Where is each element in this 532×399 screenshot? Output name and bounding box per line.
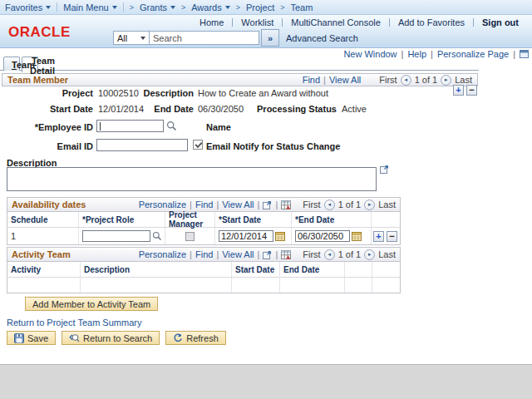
team-member-pager: First ◄ 1 of 1 ► Last bbox=[379, 75, 472, 86]
employee-id-lookup-icon[interactable] bbox=[166, 121, 177, 131]
delete-row-button[interactable]: − bbox=[466, 85, 477, 96]
new-window-link[interactable]: New Window bbox=[343, 49, 397, 59]
email-id-input[interactable] bbox=[96, 139, 188, 151]
breadcrumb-separator: > bbox=[280, 3, 284, 12]
description-value: How to Create an Award without bbox=[198, 88, 328, 98]
download-grid-icon[interactable] bbox=[281, 250, 291, 259]
search-go-button[interactable]: » bbox=[261, 29, 279, 47]
activity-team-grid: Activity Team Personalize | Find | View … bbox=[7, 247, 401, 293]
personalize-page-link[interactable]: Personalize Page bbox=[437, 49, 509, 59]
project-role-lookup-icon[interactable] bbox=[152, 231, 162, 241]
availability-links: Personalize | Find | View All | | bbox=[139, 200, 292, 209]
worklist-link[interactable]: Worklist bbox=[233, 17, 282, 27]
start-date-cell bbox=[215, 228, 292, 244]
previous-row-button[interactable]: ◄ bbox=[324, 249, 335, 260]
name-label: Name bbox=[206, 122, 231, 132]
last-label: Last bbox=[378, 249, 396, 259]
return-to-search-icon bbox=[69, 333, 80, 343]
row-action-buttons: + − bbox=[453, 85, 477, 96]
chevron-down-icon bbox=[170, 6, 175, 9]
column-header: Start Date bbox=[232, 262, 280, 277]
view-all-link[interactable]: View All bbox=[222, 200, 254, 209]
personalize-link[interactable]: Personalize bbox=[139, 200, 186, 209]
search-input[interactable] bbox=[150, 31, 259, 45]
employee-id-input[interactable] bbox=[96, 120, 164, 132]
breadcrumb-separator: > bbox=[181, 3, 185, 12]
find-link[interactable]: Find bbox=[195, 249, 213, 259]
help-link[interactable]: Help bbox=[407, 49, 426, 59]
page-toolbar: Save Return to Search Refresh bbox=[7, 331, 226, 345]
next-row-button[interactable]: ► bbox=[441, 75, 451, 86]
email-id-label: Email ID bbox=[0, 141, 93, 151]
project-role-cell bbox=[79, 228, 165, 244]
activity-row bbox=[7, 278, 400, 293]
activity-pager: First ◄ 1 of 1 ► Last bbox=[303, 249, 396, 260]
description-textarea[interactable] bbox=[7, 167, 377, 191]
divider: | bbox=[216, 200, 219, 209]
activity-grid-header: Activity Team Personalize | Find | View … bbox=[7, 248, 400, 262]
team-member-title: Team Member bbox=[7, 75, 68, 85]
project-role-input[interactable] bbox=[82, 230, 150, 242]
divider: | bbox=[323, 75, 326, 85]
email-notify-checkbox[interactable] bbox=[193, 140, 203, 150]
availability-column-headers: Schedule *Project Role Project Manager *… bbox=[7, 212, 400, 228]
start-date-input[interactable] bbox=[219, 230, 273, 242]
description-cell bbox=[81, 278, 232, 293]
delete-row-button[interactable]: − bbox=[387, 231, 397, 242]
divider bbox=[123, 2, 124, 12]
save-button[interactable]: Save bbox=[7, 331, 56, 345]
add-row-button[interactable]: + bbox=[373, 231, 384, 242]
processing-status-label: Processing Status bbox=[233, 104, 337, 114]
return-to-search-button[interactable]: Return to Search bbox=[62, 331, 160, 345]
refresh-button[interactable]: Refresh bbox=[165, 331, 226, 345]
column-header bbox=[372, 212, 400, 227]
view-all-link[interactable]: View All bbox=[329, 75, 361, 85]
find-link[interactable]: Find bbox=[195, 200, 213, 209]
home-link[interactable]: Home bbox=[191, 17, 232, 27]
breadcrumb-grants[interactable]: Grants bbox=[140, 2, 175, 12]
chevron-down-icon bbox=[112, 6, 117, 9]
next-row-button[interactable]: ► bbox=[364, 249, 375, 260]
zoom-grid-icon[interactable] bbox=[263, 250, 272, 259]
next-row-button[interactable]: ► bbox=[364, 200, 375, 210]
compact-page-icon[interactable] bbox=[520, 50, 529, 58]
sign-out-link[interactable]: Sign out bbox=[474, 17, 527, 27]
team-member-group-header: Team Member Find | View All First ◄ 1 of… bbox=[2, 73, 478, 86]
add-member-to-activity-team-button[interactable]: Add Member to Activity Team bbox=[25, 297, 158, 311]
first-label: First bbox=[303, 200, 320, 209]
processing-status-value: Active bbox=[342, 104, 367, 114]
search-scope-select[interactable]: All bbox=[113, 31, 150, 45]
divider: | bbox=[401, 49, 404, 59]
breadcrumb-awards[interactable]: Awards bbox=[191, 2, 229, 12]
calendar-icon[interactable] bbox=[275, 231, 285, 241]
column-header: *Start Date bbox=[215, 212, 292, 227]
advanced-search-link[interactable]: Advanced Search bbox=[286, 33, 358, 43]
breadcrumb-favorites[interactable]: Favorites bbox=[5, 2, 51, 12]
breadcrumb-separator: > bbox=[236, 3, 240, 12]
tab-team[interactable]: Team bbox=[3, 57, 20, 71]
email-notify-label: Email Notify for Status Change bbox=[206, 141, 340, 151]
calendar-icon[interactable] bbox=[352, 231, 362, 241]
add-to-favorites-link[interactable]: Add to Favorites bbox=[390, 17, 473, 27]
row-position: 1 of 1 bbox=[415, 75, 438, 85]
breadcrumb-main-menu[interactable]: Main Menu bbox=[63, 2, 116, 12]
find-link[interactable]: Find bbox=[303, 75, 320, 85]
breadcrumb-project[interactable]: Project bbox=[246, 2, 274, 12]
breadcrumb-team[interactable]: Team bbox=[290, 2, 313, 12]
personalize-link[interactable]: Personalize bbox=[139, 249, 186, 259]
end-date-input[interactable] bbox=[295, 230, 350, 242]
last-label: Last bbox=[378, 200, 396, 209]
project-manager-checkbox[interactable] bbox=[185, 232, 195, 241]
last-label: Last bbox=[455, 75, 472, 85]
return-to-project-team-summary-link[interactable]: Return to Project Team Summary bbox=[7, 318, 141, 328]
add-row-button[interactable]: + bbox=[453, 85, 464, 96]
expand-description-icon[interactable] bbox=[380, 165, 389, 174]
divider: | bbox=[431, 49, 433, 59]
previous-row-button[interactable]: ◄ bbox=[401, 75, 411, 86]
view-all-link[interactable]: View All bbox=[222, 249, 254, 259]
previous-row-button[interactable]: ◄ bbox=[324, 200, 335, 210]
download-grid-icon[interactable] bbox=[281, 200, 291, 209]
row-actions-cell: + − bbox=[372, 228, 400, 244]
multichannel-console-link[interactable]: MultiChannel Console bbox=[283, 17, 389, 27]
zoom-grid-icon[interactable] bbox=[263, 200, 272, 209]
